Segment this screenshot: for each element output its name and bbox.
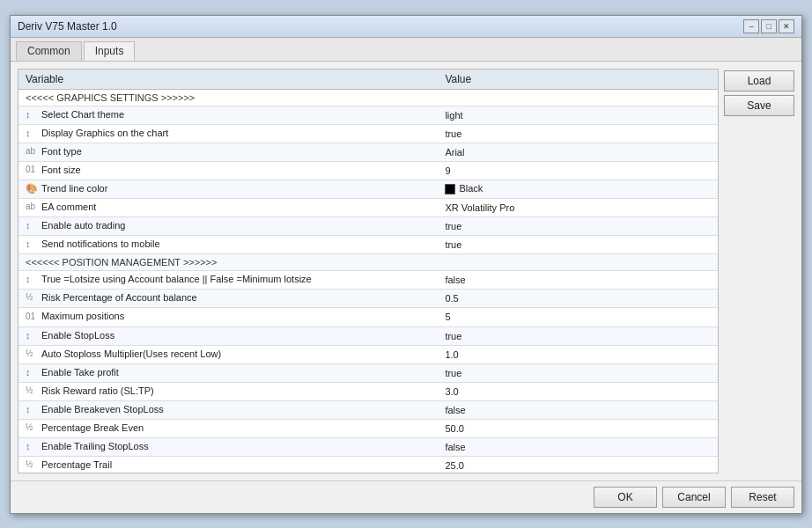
paint-icon: 🎨 [26,183,38,195]
variable-cell: 01Maximum positions [18,308,438,326]
variable-cell: ↕Enable Take profit [18,363,438,382]
value-cell: false [438,400,718,419]
table-row[interactable]: 01Maximum positions5 [18,308,718,326]
table-row[interactable]: ↕Display Graphics on the charttrue [18,124,718,143]
tab-common[interactable]: Common [16,41,82,61]
fraction-icon: ½ [26,422,38,435]
variable-cell: ½Percentage Break Even [18,420,438,438]
minimize-button[interactable]: – [743,19,759,33]
bottom-bar: OK Cancel Reset [11,480,801,513]
variable-cell: ½Risk Reward ratio (SL:TP) [18,382,438,400]
table-row[interactable]: abEA commentXR Volatility Pro [18,198,718,216]
variable-cell: ½Risk Percentage of Account balance [18,290,438,308]
table-wrapper: Variable Value <<<<< GRAPHICS SETTINGS >… [18,69,719,473]
variable-cell: ↕Send notifications to mobile [18,236,438,254]
value-cell: 3.0 [438,382,718,400]
arrow-icon: ↕ [26,441,38,453]
variable-cell: <<<<< GRAPHICS SETTINGS >>>>>> [18,89,438,106]
table-row[interactable]: ↕Enable auto tradingtrue [18,217,718,236]
value-cell: Black [438,180,718,198]
arrow-icon: ↕ [26,128,38,140]
variable-cell: abEA comment [18,198,438,216]
reset-button[interactable]: Reset [731,487,794,508]
variable-cell: ↕Enable Trailing StopLoss [18,438,438,457]
value-cell: XR Volatility Pro [438,198,718,216]
table-row[interactable]: ↕Send notifications to mobiletrue [18,236,718,254]
value-cell: false [438,271,718,290]
arrow-icon: ↕ [26,274,38,286]
maximize-button[interactable]: □ [761,19,777,33]
fraction-icon: ½ [26,348,38,361]
table-row[interactable]: <<<<<< POSITION MANAGEMENT >>>>>> [18,254,718,271]
tabs-bar: CommonInputs [11,38,801,62]
variable-cell: ↕Enable Breakeven StopLoss [18,400,438,419]
value-cell [438,89,718,106]
number-icon: 01 [26,312,38,324]
fraction-icon: ½ [26,292,38,304]
table-row[interactable]: ½Percentage Break Even50.0 [18,420,718,438]
table-row[interactable]: <<<<< GRAPHICS SETTINGS >>>>>> [18,89,718,106]
variable-cell: ½Percentage Trail [18,457,438,473]
table-row[interactable]: ↕Enable Take profittrue [18,363,718,382]
variable-cell: ↕True =Lotsize using Account balance || … [18,271,438,290]
value-cell: true [438,124,718,143]
window-title: Deriv V75 Master 1.0 [18,20,117,33]
value-cell: true [438,217,718,236]
table-row[interactable]: ↕Select Chart themelight [18,106,718,124]
table-row[interactable]: ↕Enable StopLosstrue [18,326,718,345]
table-row[interactable]: ½Percentage Trail25.0 [18,457,718,473]
number-icon: 01 [26,165,38,177]
col-variable-header: Variable [18,70,438,90]
main-window: Deriv V75 Master 1.0 – □ ✕ CommonInputs … [10,15,802,514]
fraction-icon: ½ [26,385,38,398]
save-button[interactable]: Save [724,95,794,116]
table-row[interactable]: ↕Enable Trailing StopLossfalse [18,438,718,457]
variable-cell: 🎨Trend line color [18,180,438,198]
table-row[interactable]: ↕Enable Breakeven StopLossfalse [18,400,718,419]
table-row[interactable]: ½Risk Reward ratio (SL:TP)3.0 [18,382,718,400]
value-cell: false [438,438,718,457]
value-cell [438,254,718,271]
variable-cell: ½Auto Stoploss Multiplier(Uses recent Lo… [18,345,438,363]
table-row[interactable]: 01Font size9 [18,161,718,180]
value-cell: 50.0 [438,420,718,438]
value-cell: 1.0 [438,345,718,363]
ok-button[interactable]: OK [594,487,657,508]
value-cell: Arial [438,143,718,161]
table-row[interactable]: ½Risk Percentage of Account balance0.5 [18,290,718,308]
table-row[interactable]: 🎨Trend line colorBlack [18,180,718,198]
load-button[interactable]: Load [724,70,794,92]
value-cell: 0.5 [438,290,718,308]
arrow-icon: ↕ [26,367,38,379]
arrow-icon: ↕ [26,404,38,416]
close-button[interactable]: ✕ [779,19,794,33]
variable-cell: ↕Select Chart theme [18,106,438,124]
value-cell: true [438,236,718,254]
variable-cell: 01Font size [18,161,438,180]
layout-main: Variable Value <<<<< GRAPHICS SETTINGS >… [18,69,794,473]
value-cell: 25.0 [438,457,718,473]
variables-table-container: Variable Value <<<<< GRAPHICS SETTINGS >… [18,69,719,473]
value-cell: true [438,326,718,345]
arrow-icon: ↕ [26,109,38,121]
arrow-icon: ↕ [26,220,38,232]
col-value-header: Value [438,70,718,90]
value-cell: 5 [438,308,718,326]
side-buttons: Load Save [724,69,794,116]
variable-cell: <<<<<< POSITION MANAGEMENT >>>>>> [18,254,438,271]
table-row[interactable]: ↕True =Lotsize using Account balance || … [18,271,718,290]
table-row[interactable]: ½Auto Stoploss Multiplier(Uses recent Lo… [18,345,718,363]
color-swatch [445,184,455,194]
ab-icon: ab [26,202,38,214]
cancel-button[interactable]: Cancel [662,487,726,508]
value-cell: 9 [438,161,718,180]
tab-inputs[interactable]: Inputs [84,41,136,61]
variables-table: Variable Value <<<<< GRAPHICS SETTINGS >… [18,70,718,473]
table-row[interactable]: abFont typeArial [18,143,718,161]
arrow-icon: ↕ [26,330,38,342]
variable-cell: ↕Display Graphics on the chart [18,124,438,143]
variable-cell: ↕Enable StopLoss [18,326,438,345]
variable-cell: ↕Enable auto trading [18,217,438,236]
title-bar-buttons: – □ ✕ [743,19,794,33]
value-cell: true [438,363,718,382]
